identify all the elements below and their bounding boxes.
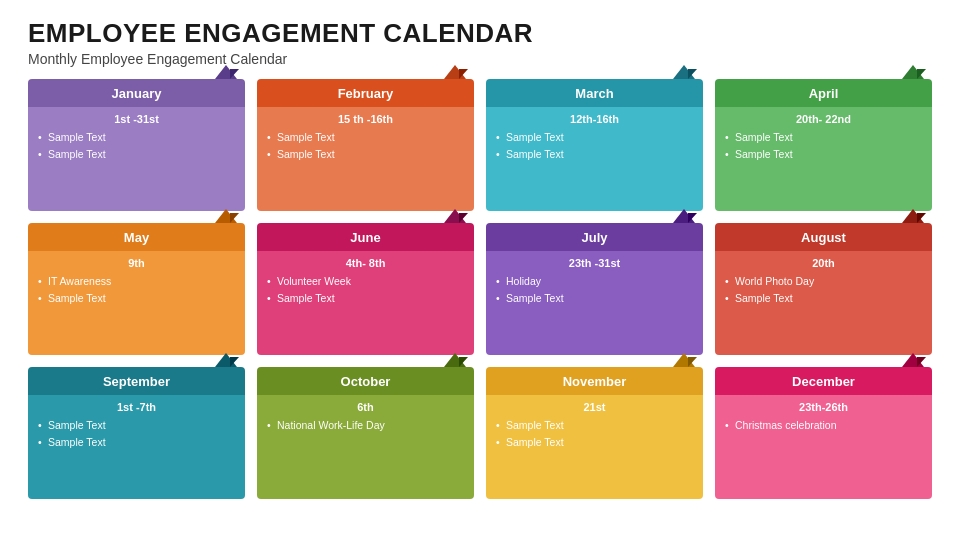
month-items-jul: HolidaySample Text xyxy=(496,274,693,305)
month-body-apr: 20th- 22ndSample TextSample Text xyxy=(715,107,932,211)
month-date-apr: 20th- 22nd xyxy=(725,113,922,125)
month-item-oct-0: National Work-Life Day xyxy=(267,418,464,433)
month-items-oct: National Work-Life Day xyxy=(267,418,464,433)
month-body-sep: 1st -7thSample TextSample Text xyxy=(28,395,245,499)
month-item-may-1: Sample Text xyxy=(38,291,235,306)
month-header-feb: February xyxy=(257,79,474,107)
month-item-jul-0: Holiday xyxy=(496,274,693,289)
month-item-jun-0: Volunteer Week xyxy=(267,274,464,289)
month-item-mar-1: Sample Text xyxy=(496,147,693,162)
month-item-feb-1: Sample Text xyxy=(267,147,464,162)
fold-shadow-may xyxy=(230,213,239,223)
month-item-may-0: IT Awareness xyxy=(38,274,235,289)
month-header-jun: June xyxy=(257,223,474,251)
fold-decoration-jul xyxy=(673,209,695,223)
month-header-apr: April xyxy=(715,79,932,107)
fold-decoration-mar xyxy=(673,65,695,79)
month-item-jul-1: Sample Text xyxy=(496,291,693,306)
month-card-dec: December23th-26thChristmas celebration xyxy=(715,367,932,499)
month-card-feb: February15 th -16thSample TextSample Tex… xyxy=(257,79,474,211)
fold-shadow-jan xyxy=(230,69,239,79)
fold-decoration-nov xyxy=(673,353,695,367)
fold-decoration-may xyxy=(215,209,237,223)
fold-decoration-sep xyxy=(215,353,237,367)
month-items-feb: Sample TextSample Text xyxy=(267,130,464,161)
month-date-oct: 6th xyxy=(267,401,464,413)
month-header-aug: August xyxy=(715,223,932,251)
month-date-feb: 15 th -16th xyxy=(267,113,464,125)
month-date-dec: 23th-26th xyxy=(725,401,922,413)
month-date-jan: 1st -31st xyxy=(38,113,235,125)
page-subtitle: Monthly Employee Engagement Calendar xyxy=(28,51,932,67)
month-item-feb-0: Sample Text xyxy=(267,130,464,145)
month-body-oct: 6thNational Work-Life Day xyxy=(257,395,474,499)
month-body-feb: 15 th -16thSample TextSample Text xyxy=(257,107,474,211)
month-card-jun: June4th- 8thVolunteer WeekSample Text xyxy=(257,223,474,355)
month-item-nov-1: Sample Text xyxy=(496,435,693,450)
month-item-jan-0: Sample Text xyxy=(38,130,235,145)
month-card-may: May9thIT AwarenessSample Text xyxy=(28,223,245,355)
month-date-nov: 21st xyxy=(496,401,693,413)
month-card-nov: November21stSample TextSample Text xyxy=(486,367,703,499)
month-items-aug: World Photo DaySample Text xyxy=(725,274,922,305)
fold-decoration-jan xyxy=(215,65,237,79)
month-header-oct: October xyxy=(257,367,474,395)
month-date-sep: 1st -7th xyxy=(38,401,235,413)
month-body-jun: 4th- 8thVolunteer WeekSample Text xyxy=(257,251,474,355)
month-item-aug-1: Sample Text xyxy=(725,291,922,306)
month-card-jan: January1st -31stSample TextSample Text xyxy=(28,79,245,211)
month-header-may: May xyxy=(28,223,245,251)
month-item-sep-1: Sample Text xyxy=(38,435,235,450)
month-card-aug: August20thWorld Photo DaySample Text xyxy=(715,223,932,355)
fold-shadow-oct xyxy=(459,357,468,367)
month-item-nov-0: Sample Text xyxy=(496,418,693,433)
page: EMPLOYEE ENGAGEMENT CALENDAR Monthly Emp… xyxy=(0,0,960,540)
month-item-apr-1: Sample Text xyxy=(725,147,922,162)
fold-decoration-aug xyxy=(902,209,924,223)
month-date-jul: 23th -31st xyxy=(496,257,693,269)
fold-shadow-jun xyxy=(459,213,468,223)
month-card-mar: March12th-16thSample TextSample Text xyxy=(486,79,703,211)
month-body-may: 9thIT AwarenessSample Text xyxy=(28,251,245,355)
page-title: EMPLOYEE ENGAGEMENT CALENDAR xyxy=(28,18,932,49)
month-header-dec: December xyxy=(715,367,932,395)
fold-shadow-nov xyxy=(688,357,697,367)
month-items-nov: Sample TextSample Text xyxy=(496,418,693,449)
month-card-sep: September1st -7thSample TextSample Text xyxy=(28,367,245,499)
month-body-jan: 1st -31stSample TextSample Text xyxy=(28,107,245,211)
fold-shadow-dec xyxy=(917,357,926,367)
fold-shadow-apr xyxy=(917,69,926,79)
month-item-dec-0: Christmas celebration xyxy=(725,418,922,433)
fold-shadow-mar xyxy=(688,69,697,79)
month-item-sep-0: Sample Text xyxy=(38,418,235,433)
month-date-aug: 20th xyxy=(725,257,922,269)
month-items-dec: Christmas celebration xyxy=(725,418,922,433)
month-item-jun-1: Sample Text xyxy=(267,291,464,306)
month-body-dec: 23th-26thChristmas celebration xyxy=(715,395,932,499)
fold-shadow-aug xyxy=(917,213,926,223)
month-card-apr: April20th- 22ndSample TextSample Text xyxy=(715,79,932,211)
fold-decoration-jun xyxy=(444,209,466,223)
month-items-sep: Sample TextSample Text xyxy=(38,418,235,449)
month-items-mar: Sample TextSample Text xyxy=(496,130,693,161)
month-item-apr-0: Sample Text xyxy=(725,130,922,145)
month-body-jul: 23th -31stHolidaySample Text xyxy=(486,251,703,355)
month-item-aug-0: World Photo Day xyxy=(725,274,922,289)
month-body-nov: 21stSample TextSample Text xyxy=(486,395,703,499)
fold-shadow-sep xyxy=(230,357,239,367)
fold-decoration-apr xyxy=(902,65,924,79)
month-item-mar-0: Sample Text xyxy=(496,130,693,145)
month-items-may: IT AwarenessSample Text xyxy=(38,274,235,305)
month-header-jul: July xyxy=(486,223,703,251)
month-header-nov: November xyxy=(486,367,703,395)
month-card-oct: October6thNational Work-Life Day xyxy=(257,367,474,499)
month-header-mar: March xyxy=(486,79,703,107)
fold-decoration-dec xyxy=(902,353,924,367)
month-items-apr: Sample TextSample Text xyxy=(725,130,922,161)
month-header-jan: January xyxy=(28,79,245,107)
month-body-aug: 20thWorld Photo DaySample Text xyxy=(715,251,932,355)
fold-decoration-feb xyxy=(444,65,466,79)
month-body-mar: 12th-16thSample TextSample Text xyxy=(486,107,703,211)
calendar-grid: January1st -31stSample TextSample TextFe… xyxy=(28,79,932,499)
month-card-jul: July23th -31stHolidaySample Text xyxy=(486,223,703,355)
